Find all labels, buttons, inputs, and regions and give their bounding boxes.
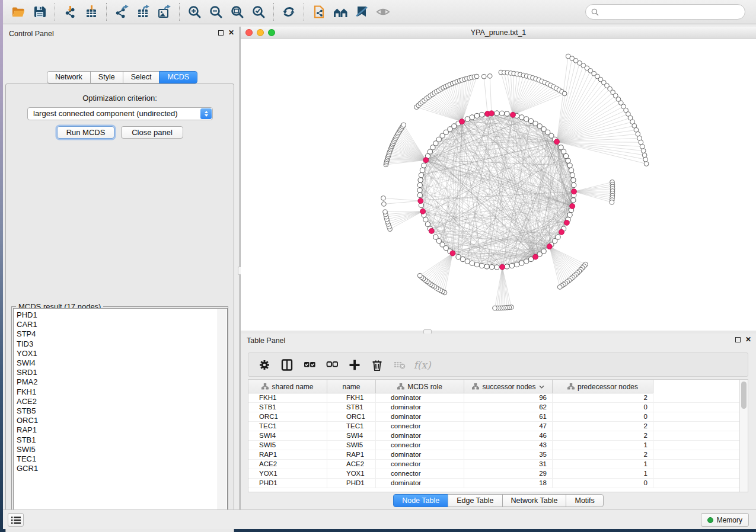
export-network-button[interactable] <box>111 2 132 22</box>
table-cell[interactable]: 2 <box>553 450 653 459</box>
table-cell[interactable]: 29 <box>464 469 553 478</box>
delete-column-button[interactable] <box>367 355 387 374</box>
mcds-result-item[interactable]: TEC1 <box>14 454 227 464</box>
column-header-name[interactable]: name <box>327 380 376 393</box>
table-row[interactable]: STB1STB1dominator620 <box>248 403 739 412</box>
table-cell[interactable]: SWI4 <box>327 431 376 440</box>
export-table-button[interactable] <box>132 2 154 22</box>
table-cell[interactable]: STB1 <box>327 403 376 412</box>
table-cell[interactable]: connector <box>376 469 464 478</box>
table-settings-button[interactable] <box>254 355 275 374</box>
column-visibility-button[interactable] <box>277 355 297 374</box>
table-cell[interactable]: PHD1 <box>327 479 376 488</box>
table-cell[interactable]: YOX1 <box>327 469 376 478</box>
hide-selected-button[interactable] <box>351 2 372 22</box>
table-cell[interactable]: 47 <box>464 422 553 431</box>
table-cell[interactable]: SWI5 <box>248 441 327 450</box>
add-column-button[interactable] <box>344 355 365 374</box>
column-header-MCDS-role[interactable]: MCDS role <box>376 380 464 393</box>
table-cell[interactable]: 2 <box>553 393 653 402</box>
table-row[interactable]: FKH1FKH1dominator962 <box>248 393 739 403</box>
table-cell[interactable]: ACE2 <box>248 460 327 469</box>
search-box[interactable] <box>585 4 745 20</box>
network-canvas[interactable] <box>241 39 756 331</box>
mcds-result-item[interactable]: YOX1 <box>14 349 227 358</box>
table-row[interactable]: ORC1ORC1dominator610 <box>248 412 739 422</box>
table-cell[interactable]: SWI5 <box>327 441 376 450</box>
close-panel-icon[interactable]: ✕ <box>228 30 234 36</box>
table-row[interactable]: SWI5SWI5connector431 <box>248 441 739 450</box>
mcds-result-item[interactable]: STP4 <box>14 329 227 339</box>
table-cell[interactable]: 31 <box>464 460 553 469</box>
table-cell[interactable]: dominator <box>376 479 464 488</box>
table-cell[interactable]: 1 <box>553 460 653 469</box>
table-row[interactable]: ACE2ACE2connector311 <box>248 460 739 469</box>
run-mcds-button[interactable]: Run MCDS <box>57 126 114 139</box>
tab-style[interactable]: Style <box>90 71 123 84</box>
float-panel-icon[interactable] <box>218 30 224 36</box>
network-window-titlebar[interactable]: YPA_prune.txt_1 <box>241 27 756 39</box>
optimization-criterion-select[interactable]: largest connected component (undirected) <box>27 107 213 120</box>
table-cell[interactable]: PHD1 <box>248 479 327 488</box>
table-cell[interactable]: 1 <box>553 469 653 478</box>
table-scrollbar-thumb[interactable] <box>741 382 747 409</box>
first-neighbors-button[interactable] <box>330 2 351 22</box>
table-cell[interactable]: RAP1 <box>327 450 376 459</box>
mcds-result-item[interactable]: SRD1 <box>14 368 227 377</box>
mcds-list-scrollbar[interactable] <box>218 309 227 523</box>
table-cell[interactable]: 2 <box>553 422 653 431</box>
deselect-all-rows-button[interactable] <box>322 355 342 374</box>
table-cell[interactable]: 62 <box>464 403 553 412</box>
memory-button[interactable]: Memory <box>701 513 749 527</box>
table-cell[interactable]: TEC1 <box>327 422 376 431</box>
column-header-shared-name[interactable]: shared name <box>248 380 327 393</box>
table-cell[interactable]: dominator <box>376 431 464 440</box>
table-cell[interactable]: 18 <box>464 479 553 488</box>
column-header-predecessor-nodes[interactable]: predecessor nodes <box>553 380 653 393</box>
table-cell[interactable]: 0 <box>553 479 653 488</box>
table-row[interactable]: RAP1RAP1dominator352 <box>248 450 739 460</box>
apply-layout-button[interactable] <box>278 2 299 22</box>
select-all-rows-button[interactable] <box>299 355 320 374</box>
table-cell[interactable]: RAP1 <box>248 450 327 459</box>
new-network-from-selection-button[interactable] <box>308 2 330 22</box>
table-cell[interactable]: 43 <box>464 441 553 450</box>
table-cell[interactable]: 46 <box>464 431 553 440</box>
network-graph[interactable] <box>241 39 756 331</box>
float-table-panel-icon[interactable] <box>735 337 741 342</box>
mcds-result-item[interactable]: ORC1 <box>14 416 227 425</box>
table-cell[interactable]: dominator <box>376 412 464 421</box>
table-cell[interactable]: dominator <box>376 450 464 459</box>
open-file-button[interactable] <box>8 2 29 22</box>
table-cell[interactable]: ORC1 <box>327 412 376 421</box>
close-panel-button[interactable]: Close panel <box>121 126 183 139</box>
search-input[interactable] <box>602 8 733 16</box>
mcds-result-item[interactable]: FKH1 <box>14 387 227 397</box>
table-cell[interactable]: FKH1 <box>327 393 376 402</box>
mcds-result-item[interactable]: RAP1 <box>14 425 227 435</box>
tab-motifs[interactable]: Motifs <box>566 494 603 507</box>
table-cell[interactable]: connector <box>376 460 464 469</box>
table-cell[interactable]: YOX1 <box>248 469 327 478</box>
table-cell[interactable]: 35 <box>464 450 553 459</box>
tab-select[interactable]: Select <box>123 71 160 84</box>
mcds-result-item[interactable]: PMA2 <box>14 377 227 387</box>
save-session-button[interactable] <box>29 2 50 22</box>
delete-table-button[interactable] <box>390 355 410 374</box>
table-row[interactable]: PHD1PHD1dominator180 <box>248 479 739 488</box>
table-cell[interactable]: 96 <box>464 393 553 402</box>
show-all-button[interactable] <box>372 2 394 22</box>
task-history-button[interactable] <box>8 513 24 527</box>
zoom-selected-button[interactable] <box>248 2 269 22</box>
table-cell[interactable]: dominator <box>376 403 464 412</box>
mcds-result-item[interactable]: ACE2 <box>14 397 227 406</box>
mcds-result-item[interactable]: SWI5 <box>14 445 227 454</box>
mcds-result-item[interactable]: STB1 <box>14 435 227 445</box>
mcds-result-item[interactable]: SWI4 <box>14 358 227 368</box>
mcds-result-item[interactable]: CAR1 <box>14 320 227 329</box>
table-cell[interactable]: ORC1 <box>248 412 327 421</box>
tab-mcds[interactable]: MCDS <box>159 71 197 84</box>
mcds-result-item[interactable]: PHD1 <box>14 310 227 320</box>
table-cell[interactable]: SWI4 <box>248 431 327 440</box>
table-cell[interactable]: connector <box>376 422 464 431</box>
